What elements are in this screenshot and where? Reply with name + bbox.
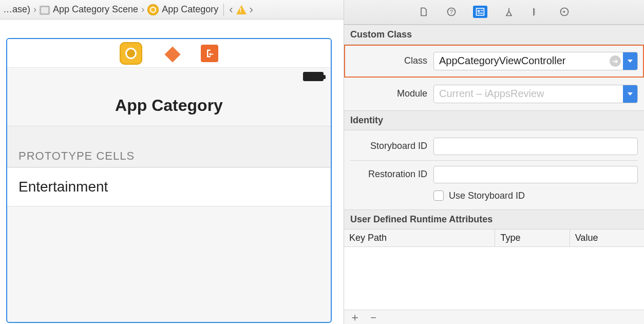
cell-title-label: Entertainment — [18, 179, 108, 195]
jump-to-class-icon[interactable]: ➔ — [610, 55, 621, 67]
storyboard-id-label: Storyboard ID — [350, 141, 427, 151]
divider — [350, 160, 638, 161]
runtime-attrs-table[interactable] — [344, 247, 644, 311]
class-combobox[interactable]: ➔ — [433, 52, 638, 70]
storyboard-scene-icon — [40, 6, 50, 15]
help-inspector-icon[interactable]: ? — [445, 6, 458, 18]
runtime-attrs-footer: ＋ － — [344, 310, 644, 324]
prototype-cells-label: PROTOTYPE CELLS — [7, 126, 331, 167]
add-attribute-button[interactable]: ＋ — [349, 312, 361, 323]
file-inspector-icon[interactable] — [418, 6, 430, 18]
module-combobox[interactable] — [433, 85, 638, 103]
warning-icon[interactable] — [236, 5, 247, 14]
connections-inspector-icon[interactable] — [558, 6, 571, 18]
nav-back-icon[interactable]: ‹ — [229, 3, 233, 16]
chevron-down-icon — [628, 92, 633, 96]
device-preview[interactable]: App Category PROTOTYPE CELLS Entertainme… — [6, 38, 332, 323]
battery-icon — [303, 72, 324, 81]
svg-rect-2 — [477, 9, 484, 15]
column-value[interactable]: Value — [570, 230, 644, 246]
use-storyboard-id-checkbox[interactable] — [433, 190, 444, 201]
custom-class-row: Class ➔ — [344, 45, 644, 78]
module-input[interactable] — [434, 88, 623, 100]
chevron-right-icon: › — [141, 4, 144, 15]
view-controller-icon[interactable] — [120, 42, 142, 65]
section-header-custom-class: Custom Class — [344, 25, 644, 45]
module-label: Module — [350, 88, 427, 99]
inspector-pane: ? Custom Class Class ➔ — [344, 0, 644, 324]
table-row[interactable]: Entertainment — [7, 167, 331, 206]
restoration-id-label: Restoration ID — [350, 169, 427, 180]
breadcrumb: …ase) › App Category Scene › App Categor… — [0, 0, 344, 20]
class-label: Class — [350, 55, 427, 66]
column-keypath[interactable]: Key Path — [344, 230, 495, 246]
nav-bar[interactable]: App Category — [7, 85, 331, 126]
first-responder-icon[interactable] — [165, 47, 178, 60]
interface-builder-canvas-pane: …ase) › App Category Scene › App Categor… — [0, 0, 344, 324]
identity-section: Storyboard ID Restoration ID Use Storybo… — [344, 130, 644, 209]
attributes-inspector-icon[interactable] — [503, 6, 515, 18]
canvas-area[interactable]: App Category PROTOTYPE CELLS Entertainme… — [0, 20, 344, 324]
chevron-right-icon: › — [33, 4, 36, 15]
column-type[interactable]: Type — [495, 230, 570, 246]
breadcrumb-scene[interactable]: App Category Scene — [53, 4, 138, 15]
svg-text:?: ? — [450, 9, 453, 15]
class-input[interactable] — [434, 55, 610, 67]
divider — [223, 4, 224, 16]
remove-attribute-button[interactable]: － — [368, 312, 379, 323]
svg-rect-3 — [478, 10, 480, 12]
breadcrumb-root[interactable]: …ase) — [3, 4, 30, 15]
status-bar — [7, 68, 331, 85]
class-dropdown-button[interactable] — [623, 52, 637, 70]
module-dropdown-button[interactable] — [623, 85, 637, 103]
identity-inspector-icon[interactable] — [473, 6, 487, 18]
module-row: Module — [344, 78, 644, 110]
use-storyboard-id-label: Use Storyboard ID — [449, 190, 525, 201]
scene-dock — [7, 39, 331, 68]
section-header-runtime-attrs: User Defined Runtime Attributes — [344, 209, 644, 230]
view-controller-icon — [147, 4, 159, 15]
chevron-down-icon — [628, 60, 633, 63]
storyboard-id-input[interactable] — [433, 138, 638, 155]
nav-title: App Category — [115, 96, 223, 115]
inspector-tab-bar: ? — [344, 0, 644, 25]
restoration-id-input[interactable] — [433, 166, 638, 183]
section-header-identity: Identity — [344, 110, 644, 130]
nav-forward-icon[interactable]: › — [250, 3, 253, 16]
size-inspector-icon[interactable] — [531, 6, 543, 18]
breadcrumb-item[interactable]: App Category — [162, 4, 218, 15]
runtime-attrs-columns: Key Path Type Value — [344, 230, 644, 247]
exit-icon[interactable] — [201, 45, 218, 62]
